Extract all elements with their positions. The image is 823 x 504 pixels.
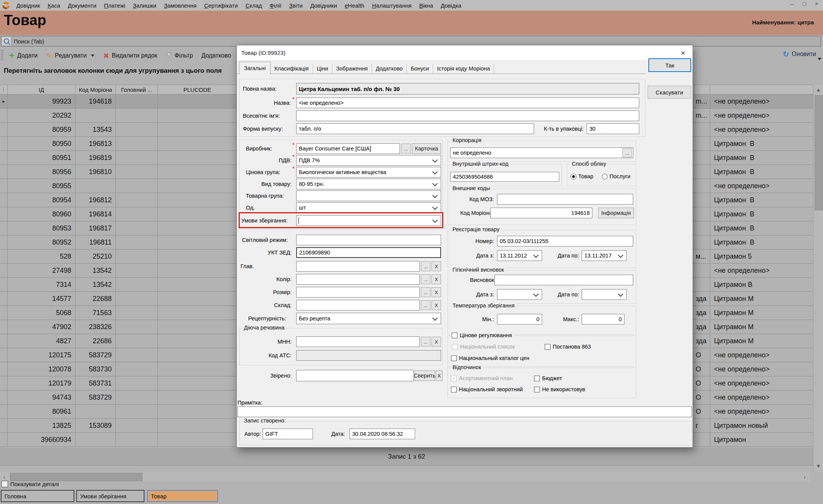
refresh-button[interactable]: ↻ Оновити: [783, 50, 816, 59]
color-field[interactable]: [296, 274, 420, 285]
menu-item[interactable]: Довідник: [13, 1, 44, 10]
color-more-button[interactable]: ...: [421, 274, 430, 284]
vat-select[interactable]: ПДВ 7%: [296, 155, 441, 166]
prescription-select[interactable]: Без рецепта: [296, 313, 441, 324]
horizontal-scrollbar[interactable]: ‹ ›: [0, 472, 810, 482]
menu-item[interactable]: Залишки: [129, 1, 160, 10]
dialog-checkbox[interactable]: Бюджет: [534, 375, 587, 381]
corporation-more-button[interactable]: ...: [622, 148, 632, 157]
menu-item[interactable]: Замовлення: [160, 1, 200, 10]
refresh-dropdown-icon[interactable]: [818, 58, 821, 60]
unit-select[interactable]: шт: [296, 202, 441, 213]
composition-clear-button[interactable]: X: [432, 300, 441, 310]
dialog-tab[interactable]: Історія коду Моріона: [433, 64, 494, 74]
vertical-scrollbar[interactable]: ▲ ▼: [813, 85, 823, 472]
window-tab[interactable]: Товар: [147, 490, 218, 502]
show-details-checkbox[interactable]: Показувати деталі: [2, 481, 59, 487]
price-group-select[interactable]: Биологически активные вещества: [296, 167, 441, 178]
manufacturer-card-button[interactable]: Карточка: [412, 143, 441, 154]
ok-button[interactable]: Так: [648, 58, 691, 72]
restore-button[interactable]: □: [801, 1, 808, 7]
grouping-panel[interactable]: Перетягніть заголовок колонки сюди для у…: [4, 67, 236, 78]
filter-button[interactable]: Фільтр: [162, 52, 197, 59]
composition-field[interactable]: [296, 300, 420, 310]
morion-code-field[interactable]: 194618: [490, 208, 592, 218]
dialog-tab[interactable]: Бонуси: [407, 64, 433, 74]
temp-min-field[interactable]: 0: [497, 314, 542, 325]
menu-item[interactable]: Документи: [64, 1, 100, 10]
glav-field[interactable]: [296, 261, 420, 272]
menu-item[interactable]: Налаштування: [368, 1, 416, 10]
verify-button[interactable]: Сверить: [414, 370, 435, 381]
delete-row-button[interactable]: ✖Видалити рядок: [99, 51, 161, 60]
release-form-field[interactable]: табл. п/о: [296, 123, 534, 134]
dialog-checkbox[interactable]: Постанова 863: [545, 344, 613, 350]
storage-select[interactable]: [296, 215, 441, 226]
scroll-right-icon[interactable]: ›: [801, 472, 809, 481]
menu-item[interactable]: Довідники: [306, 1, 341, 10]
temp-max-field[interactable]: 0: [582, 314, 624, 325]
manufacturer-field[interactable]: Bayer Consumer Care [США]: [296, 143, 400, 154]
dialog-checkbox[interactable]: Національний список: [452, 344, 540, 350]
pack-qty-field[interactable]: 30: [587, 123, 639, 134]
hyg-date-from-select[interactable]: [497, 289, 542, 300]
header-golovnyi[interactable]: Головний ...: [116, 85, 158, 94]
header-morion[interactable]: Код Моріона: [75, 85, 116, 94]
menu-item[interactable]: Звіти: [285, 1, 306, 10]
reg-date-to-select[interactable]: 13.11.2017: [582, 250, 627, 261]
menu-item[interactable]: Філії: [266, 1, 285, 10]
conclusion-field[interactable]: [494, 275, 633, 285]
dialog-close-icon[interactable]: ×: [677, 48, 690, 58]
size-field[interactable]: [296, 287, 420, 298]
horizontal-scroll-thumb[interactable]: [10, 473, 143, 481]
menu-item[interactable]: Склад: [242, 1, 266, 10]
more-button[interactable]: Додатково: [197, 52, 235, 59]
reg-number-field[interactable]: 05.03.02-03/111255: [497, 236, 633, 246]
edit-button[interactable]: ✎Редагувати: [42, 51, 99, 60]
product-kind-select[interactable]: 80-95 грн.: [296, 179, 441, 189]
scroll-up-icon[interactable]: ▲: [814, 85, 823, 94]
radio-poslugy[interactable]: Послуги: [602, 173, 630, 179]
dialog-tab[interactable]: Загальні: [239, 62, 271, 74]
radio-tovar[interactable]: Товар: [571, 173, 593, 179]
dialog-checkbox[interactable]: Національний зворотний: [451, 386, 532, 392]
light-mode-field[interactable]: [296, 235, 441, 245]
add-button[interactable]: +Додати: [5, 52, 42, 59]
header-id[interactable]: ІД: [8, 85, 75, 94]
dialog-tab[interactable]: Ціни: [313, 64, 332, 74]
header-plucode[interactable]: PLUCODE: [158, 85, 237, 94]
menu-item[interactable]: Каса: [44, 1, 64, 10]
dialog-checkbox[interactable]: ✓ Асортиментний план: [451, 375, 531, 381]
corporation-field[interactable]: не определено: [450, 147, 633, 158]
composition-more-button[interactable]: ...: [421, 300, 430, 310]
inn-more-button[interactable]: ...: [421, 337, 430, 347]
menu-item[interactable]: Вікна: [416, 1, 437, 10]
scroll-down-icon[interactable]: ▼: [814, 462, 823, 470]
inn-clear-button[interactable]: X: [432, 337, 441, 347]
manufacturer-more-button[interactable]: ...: [401, 144, 411, 154]
inn-field[interactable]: [296, 336, 420, 347]
size-more-button[interactable]: ...: [421, 287, 430, 297]
dialog-checkbox[interactable]: Национальный каталог цен: [451, 355, 542, 361]
window-tab[interactable]: Умови зберігання: [76, 490, 144, 502]
size-clear-button[interactable]: X: [432, 287, 441, 297]
barcode-field[interactable]: 4250369504688: [450, 172, 559, 182]
dialog-tab[interactable]: Зображення: [332, 64, 372, 74]
dialog-tab[interactable]: Класифікація: [271, 64, 313, 74]
price-regulation-checkbox[interactable]: Цінове регулювання: [450, 332, 513, 338]
vertical-scroll-thumb[interactable]: [815, 95, 823, 210]
dialog-tab[interactable]: Додатково: [372, 64, 407, 74]
cancel-button[interactable]: Скасувати: [648, 86, 691, 99]
search-input[interactable]: Поиск (Tab): [11, 38, 44, 45]
note-field[interactable]: [237, 406, 692, 417]
menu-item[interactable]: Довідка: [437, 1, 465, 10]
menu-item[interactable]: Сертифікати: [201, 1, 242, 10]
hyg-date-to-select[interactable]: [582, 289, 627, 300]
ukt-zed-field[interactable]: 2106909890: [296, 247, 441, 258]
menu-item[interactable]: Платежі: [100, 1, 129, 10]
window-tab[interactable]: Головна: [1, 490, 74, 502]
info-button[interactable]: Інформація: [598, 208, 634, 218]
verified-field[interactable]: [296, 370, 414, 381]
color-clear-button[interactable]: X: [432, 274, 441, 284]
minimize-button[interactable]: –: [789, 1, 796, 7]
